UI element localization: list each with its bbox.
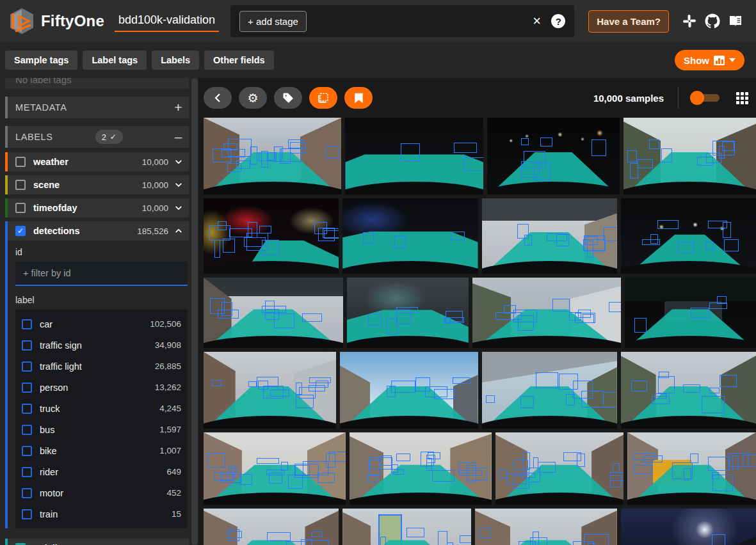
checkbox[interactable] bbox=[22, 361, 32, 372]
checkbox[interactable] bbox=[22, 404, 32, 414]
save-view-button[interactable] bbox=[344, 87, 373, 109]
sample-thumbnail[interactable] bbox=[350, 432, 492, 505]
sample-thumbnail[interactable] bbox=[482, 198, 617, 274]
settings-button[interactable]: ⚙ bbox=[239, 87, 267, 109]
sidebar-field-weather[interactable]: weather 10,000 bbox=[5, 152, 189, 171]
tab-label-tags[interactable]: Label tags bbox=[83, 51, 147, 70]
back-button[interactable] bbox=[204, 87, 232, 109]
checkbox[interactable] bbox=[22, 467, 32, 477]
bar-chart-icon bbox=[714, 56, 725, 65]
detections-checkbox[interactable]: ✓ bbox=[15, 226, 26, 236]
field-tabs-row: Sample tags Label tags Labels Other fiel… bbox=[0, 42, 756, 78]
checkbox[interactable] bbox=[22, 509, 32, 519]
sample-thumbnail[interactable] bbox=[347, 278, 469, 348]
label-row-traffic-light[interactable]: traffic light 26,885 bbox=[22, 356, 181, 377]
have-a-team-button[interactable]: Have a Team? bbox=[588, 10, 669, 33]
chevron-down-icon[interactable] bbox=[175, 181, 182, 189]
label-row-car[interactable]: car 102,506 bbox=[22, 313, 181, 335]
sample-thumbnail[interactable] bbox=[487, 118, 620, 194]
sample-thumbnail[interactable] bbox=[204, 278, 343, 348]
checkbox[interactable] bbox=[22, 425, 32, 435]
slack-icon[interactable] bbox=[682, 13, 697, 29]
label-row-bike[interactable]: bike 1,007 bbox=[22, 440, 181, 461]
id-filter-input[interactable] bbox=[23, 268, 180, 278]
docs-book-icon[interactable] bbox=[728, 13, 743, 29]
checkbox[interactable] bbox=[22, 383, 32, 393]
resolution-slider[interactable] bbox=[693, 94, 720, 102]
show-plots-button[interactable]: Show bbox=[675, 50, 744, 70]
show-label: Show bbox=[684, 55, 709, 66]
checkbox[interactable] bbox=[22, 340, 32, 351]
label-row-truck[interactable]: truck 4,245 bbox=[22, 398, 181, 419]
label-field-label: label bbox=[15, 295, 188, 305]
label-row-bus[interactable]: bus 1,597 bbox=[22, 419, 181, 440]
github-icon[interactable] bbox=[705, 13, 720, 29]
sample-thumbnail[interactable] bbox=[625, 278, 756, 348]
weather-checkbox[interactable] bbox=[15, 157, 26, 167]
toolbar-divider bbox=[678, 87, 679, 109]
scene-checkbox[interactable] bbox=[15, 180, 26, 190]
sample-thumbnail[interactable] bbox=[340, 352, 478, 429]
sample-thumbnail[interactable] bbox=[472, 278, 621, 348]
tag-icon bbox=[282, 92, 294, 104]
chevron-down-icon[interactable] bbox=[175, 158, 182, 166]
app-header: FiftyOne bdd100k-validation + add stage … bbox=[0, 0, 756, 42]
dataset-selector[interactable]: bdd100k-validation bbox=[115, 7, 219, 36]
view-stage-bar[interactable]: + add stage × ? bbox=[230, 5, 574, 37]
sample-thumbnail[interactable] bbox=[627, 432, 756, 505]
tab-other-fields[interactable]: Other fields bbox=[204, 51, 274, 70]
labels-section-label: LABELS bbox=[15, 132, 52, 142]
chevron-up-icon[interactable] bbox=[175, 227, 182, 235]
sidebar-scrollbar[interactable] bbox=[191, 78, 198, 545]
sample-thumbnail[interactable] bbox=[621, 509, 756, 545]
expand-plus-icon[interactable]: + bbox=[174, 100, 182, 115]
sample-thumbnail[interactable] bbox=[495, 432, 624, 505]
sidebar-field-scene[interactable]: scene 10,000 bbox=[5, 175, 189, 194]
checkbox[interactable] bbox=[22, 319, 32, 329]
sample-thumbnail[interactable] bbox=[345, 118, 483, 194]
sample-thumbnail[interactable] bbox=[342, 198, 478, 274]
label-row-motor[interactable]: motor 452 bbox=[22, 482, 181, 503]
sidebar-field-detections[interactable]: ✓ detections 185,526 bbox=[5, 221, 189, 241]
add-stage-button[interactable]: + add stage bbox=[239, 11, 307, 32]
tab-sample-tags[interactable]: Sample tags bbox=[5, 51, 77, 70]
help-icon[interactable]: ? bbox=[551, 14, 565, 28]
checkbox[interactable] bbox=[22, 446, 32, 456]
sidebar-field-polylines[interactable]: ✓ polylines 93,711 bbox=[5, 539, 189, 545]
collapse-minus-icon[interactable]: – bbox=[175, 129, 182, 145]
label-row-train[interactable]: train 15 bbox=[22, 503, 181, 525]
sample-thumbnail[interactable] bbox=[621, 352, 756, 429]
grid-toolbar: ⚙ 10,000 samples bbox=[198, 78, 756, 118]
timeofday-checkbox[interactable] bbox=[15, 203, 26, 213]
label-row-traffic-sign[interactable]: traffic sign 34,908 bbox=[22, 335, 181, 356]
sidebar-field-timeofday[interactable]: timeofday 10,000 bbox=[5, 198, 189, 217]
metadata-section-label: METADATA bbox=[15, 102, 67, 113]
tag-samples-button[interactable] bbox=[274, 87, 302, 109]
label-row-person[interactable]: person 13,262 bbox=[22, 377, 181, 398]
checkbox[interactable] bbox=[22, 488, 32, 498]
sample-thumbnail[interactable] bbox=[623, 118, 756, 194]
id-filter-box[interactable] bbox=[15, 262, 188, 286]
sample-thumbnail[interactable] bbox=[204, 352, 336, 429]
sample-thumbnail[interactable] bbox=[204, 198, 339, 274]
sample-thumbnail[interactable] bbox=[204, 118, 341, 194]
metadata-section-header[interactable]: METADATA + bbox=[5, 97, 189, 118]
labels-section-header[interactable]: LABELS 2✓ – bbox=[5, 126, 189, 148]
grid-size-icon[interactable] bbox=[736, 92, 748, 104]
fiftyone-logo-icon bbox=[9, 7, 35, 35]
sample-thumbnail[interactable] bbox=[621, 198, 756, 274]
label-row-rider[interactable]: rider 649 bbox=[22, 461, 181, 482]
tab-labels[interactable]: Labels bbox=[152, 51, 199, 70]
field-color-bar bbox=[5, 539, 8, 545]
drag-handle bbox=[5, 97, 8, 118]
chevron-down-icon[interactable] bbox=[175, 204, 182, 212]
patches-button[interactable] bbox=[309, 87, 337, 109]
sample-thumbnail[interactable] bbox=[482, 352, 617, 429]
clear-stages-icon[interactable]: × bbox=[533, 14, 541, 28]
label-counts-panel: car 102,506 traffic sign 34,908 traffic … bbox=[15, 310, 188, 528]
sample-thumbnail[interactable] bbox=[204, 432, 346, 505]
slider-knob[interactable] bbox=[690, 91, 704, 105]
sample-thumbnail[interactable] bbox=[475, 509, 617, 545]
sample-thumbnail[interactable] bbox=[342, 509, 471, 545]
sample-thumbnail[interactable] bbox=[204, 509, 339, 545]
